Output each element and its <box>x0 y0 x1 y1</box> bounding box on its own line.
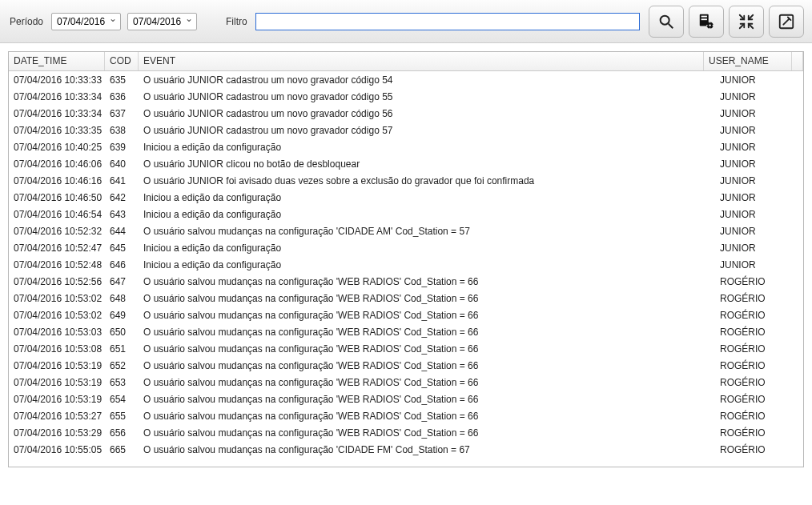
cell-event: O usuário JUNIOR cadastrou um novo grava… <box>139 90 715 104</box>
table-row[interactable]: 07/04/2016 10:46:54643Iniciou a edição d… <box>9 206 803 222</box>
table-row[interactable]: 07/04/2016 10:52:32644O usuário salvou m… <box>9 222 803 239</box>
cell-cod: 656 <box>105 426 139 440</box>
cell-user: JUNIOR <box>715 241 803 255</box>
cell-cod: 644 <box>105 224 139 238</box>
cell-cod: 639 <box>105 140 139 154</box>
arrows-in-icon <box>738 13 755 30</box>
cell-event: O usuário salvou mudanças na configuraçã… <box>139 426 715 440</box>
cell-event: O usuário salvou mudanças na configuraçã… <box>139 224 715 238</box>
cell-user: JUNIOR <box>715 140 803 154</box>
table-row[interactable]: 07/04/2016 10:55:05665O usuário salvou m… <box>9 441 803 458</box>
cell-cod: 648 <box>105 291 139 306</box>
cell-cod: 643 <box>105 207 139 222</box>
cell-event: O usuário salvou mudanças na configuraçã… <box>139 275 715 289</box>
cell-event: O usuário salvou mudanças na configuraçã… <box>139 392 715 407</box>
col-header-cod[interactable]: COD <box>105 52 139 70</box>
filtro-label: Filtro <box>224 16 249 27</box>
cell-event: O usuário JUNIOR cadastrou um novo grava… <box>139 106 715 121</box>
table-row[interactable]: 07/04/2016 10:53:19653O usuário salvou m… <box>9 374 803 391</box>
cell-event: O usuário salvou mudanças na configuraçã… <box>139 325 715 339</box>
table-row[interactable]: 07/04/2016 10:33:35638O usuário JUNIOR c… <box>9 122 803 138</box>
search-icon <box>657 13 675 30</box>
search-button[interactable] <box>649 6 684 38</box>
cell-user: JUNIOR <box>715 90 803 104</box>
table-row[interactable]: 07/04/2016 10:46:06640O usuário JUNIOR c… <box>9 155 803 172</box>
cell-user: ROGÉRIO <box>715 325 803 339</box>
table-row[interactable]: 07/04/2016 10:53:02649O usuário salvou m… <box>9 307 803 323</box>
svg-point-0 <box>661 16 669 25</box>
cell-event: O usuário salvou mudanças na configuraçã… <box>139 409 715 423</box>
cell-user: JUNIOR <box>715 73 803 87</box>
table-row[interactable]: 07/04/2016 10:53:02648O usuário salvou m… <box>9 290 803 307</box>
cell-cod: 635 <box>105 73 139 87</box>
cell-datetime: 07/04/2016 10:52:47 <box>9 241 105 255</box>
col-header-user[interactable]: USER_NAME <box>704 52 792 70</box>
col-header-event[interactable]: EVENT <box>139 52 704 70</box>
cell-user: JUNIOR <box>715 190 803 205</box>
edit-button[interactable] <box>769 6 804 38</box>
table-row[interactable]: 07/04/2016 10:33:33635O usuário JUNIOR c… <box>9 71 803 88</box>
cell-cod: 649 <box>105 308 139 323</box>
cell-datetime: 07/04/2016 10:33:33 <box>9 73 105 87</box>
date-to-select[interactable]: 07/04/2016 <box>127 13 197 30</box>
table-row[interactable]: 07/04/2016 10:53:08651O usuário salvou m… <box>9 340 803 357</box>
filter-input[interactable] <box>255 13 640 30</box>
table-row[interactable]: 07/04/2016 10:40:25639Iniciou a edição d… <box>9 138 803 155</box>
table-row[interactable]: 07/04/2016 10:52:47645Iniciou a edição d… <box>9 239 803 256</box>
table-row[interactable]: 07/04/2016 10:46:16641O usuário JUNIOR f… <box>9 172 803 189</box>
cell-cod: 638 <box>105 123 139 138</box>
svg-rect-4 <box>701 18 707 20</box>
cell-datetime: 07/04/2016 10:52:48 <box>9 258 105 272</box>
table-row[interactable]: 07/04/2016 10:52:48646Iniciou a edição d… <box>9 256 803 273</box>
cell-cod: 646 <box>105 258 139 272</box>
cell-datetime: 07/04/2016 10:55:05 <box>9 443 105 457</box>
table-row[interactable]: 07/04/2016 10:33:34636O usuário JUNIOR c… <box>9 88 803 105</box>
table-row[interactable]: 07/04/2016 10:53:03650O usuário salvou m… <box>9 323 803 340</box>
date-from-select[interactable]: 07/04/2016 <box>51 13 121 30</box>
cell-datetime: 07/04/2016 10:40:25 <box>9 140 105 154</box>
cell-cod: 640 <box>105 157 139 171</box>
cell-event: O usuário salvou mudanças na configuraçã… <box>139 308 715 323</box>
grid-body[interactable]: 07/04/2016 10:33:33635O usuário JUNIOR c… <box>9 71 803 467</box>
table-row[interactable]: 07/04/2016 10:52:56647O usuário salvou m… <box>9 273 803 290</box>
cell-cod: 636 <box>105 90 139 104</box>
cell-event: Iniciou a edição da configuração <box>139 190 715 205</box>
cell-user: JUNIOR <box>715 106 803 121</box>
cell-event: O usuário JUNIOR clicou no botão de desb… <box>139 157 715 171</box>
cell-user: JUNIOR <box>715 258 803 272</box>
table-row[interactable]: 07/04/2016 10:46:50642Iniciou a edição d… <box>9 189 803 206</box>
col-header-datetime[interactable]: DATE_TIME <box>9 52 105 70</box>
collapse-button[interactable] <box>729 6 764 38</box>
grid-header: DATE_TIME COD EVENT USER_NAME <box>9 52 803 71</box>
cell-datetime: 07/04/2016 10:53:19 <box>9 359 105 373</box>
cell-cod: 651 <box>105 342 139 356</box>
cell-datetime: 07/04/2016 10:53:19 <box>9 392 105 407</box>
cell-user: ROGÉRIO <box>715 409 803 423</box>
table-row[interactable]: 07/04/2016 10:53:29656O usuário salvou m… <box>9 424 803 441</box>
cell-cod: 655 <box>105 409 139 423</box>
cell-datetime: 07/04/2016 10:53:19 <box>9 375 105 390</box>
table-row[interactable]: 07/04/2016 10:53:19654O usuário salvou m… <box>9 391 803 407</box>
settings-document-button[interactable] <box>689 6 724 38</box>
table-row[interactable]: 07/04/2016 10:33:34637O usuário JUNIOR c… <box>9 105 803 122</box>
cell-datetime: 07/04/2016 10:53:02 <box>9 291 105 306</box>
cell-cod: 653 <box>105 375 139 390</box>
cell-event: O usuário JUNIOR foi avisado duas vezes … <box>139 174 715 188</box>
svg-line-1 <box>669 24 673 29</box>
content: DATE_TIME COD EVENT USER_NAME 07/04/2016… <box>0 43 812 505</box>
cell-user: JUNIOR <box>715 174 803 188</box>
cell-event: O usuário salvou mudanças na configuraçã… <box>139 359 715 373</box>
cell-user: ROGÉRIO <box>715 443 803 457</box>
log-grid: DATE_TIME COD EVENT USER_NAME 07/04/2016… <box>8 51 804 467</box>
table-row[interactable]: 07/04/2016 10:53:27655O usuário salvou m… <box>9 407 803 424</box>
cell-user: ROGÉRIO <box>715 291 803 306</box>
cell-cod: 641 <box>105 174 139 188</box>
cell-cod: 647 <box>105 275 139 289</box>
cell-cod: 637 <box>105 106 139 121</box>
cell-datetime: 07/04/2016 10:53:02 <box>9 308 105 323</box>
cell-event: O usuário salvou mudanças na configuraçã… <box>139 291 715 306</box>
table-row <box>9 458 803 467</box>
table-row[interactable]: 07/04/2016 10:53:19652O usuário salvou m… <box>9 357 803 374</box>
cell-event: O usuário JUNIOR cadastrou um novo grava… <box>139 73 715 87</box>
cell-cod: 645 <box>105 241 139 255</box>
